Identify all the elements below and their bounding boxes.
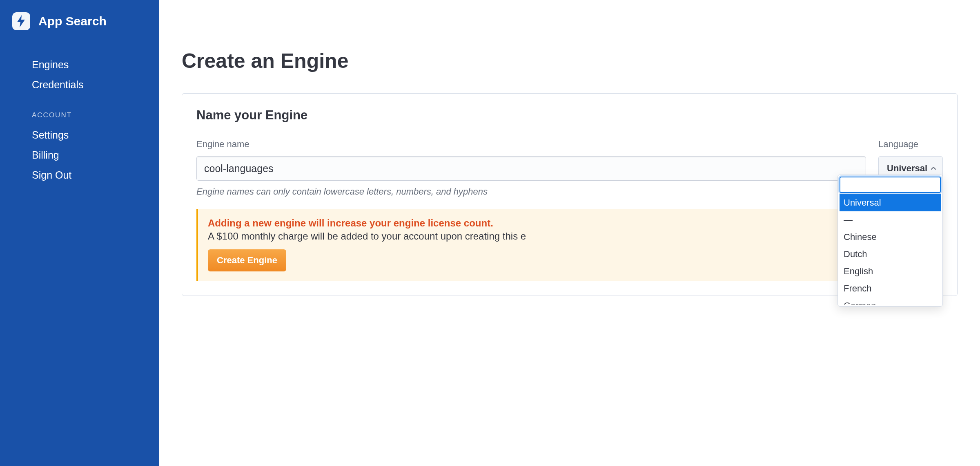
sidebar-item-credentials[interactable]: Credentials <box>32 75 147 95</box>
sidebar-item-billing[interactable]: Billing <box>32 145 147 165</box>
sidebar-item-sign-out[interactable]: Sign Out <box>32 165 147 185</box>
chevron-up-icon <box>930 165 937 172</box>
language-dropdown: Universal — Chinese Dutch English French… <box>837 175 943 307</box>
card-title: Name your Engine <box>196 108 943 123</box>
language-dropdown-list[interactable]: Universal — Chinese Dutch English French… <box>840 194 941 305</box>
warning-callout-title: Adding a new engine will increase your e… <box>208 217 933 229</box>
language-option-dutch[interactable]: Dutch <box>840 246 941 263</box>
sidebar-header: App Search <box>0 12 159 55</box>
page-title: Create an Engine <box>182 49 958 73</box>
sidebar-section-account-label: ACCOUNT <box>32 95 147 125</box>
main-content: Create an Engine Name your Engine Engine… <box>159 0 980 466</box>
form-row: Engine name Engine names can only contai… <box>196 139 943 197</box>
create-engine-card: Name your Engine Engine name Engine name… <box>182 93 958 296</box>
engine-name-field: Engine name Engine names can only contai… <box>196 139 866 197</box>
app-title: App Search <box>38 14 107 28</box>
language-option-divider[interactable]: — <box>840 211 941 229</box>
language-selected-value: Universal <box>887 163 927 174</box>
language-option-french[interactable]: French <box>840 280 941 297</box>
language-option-chinese[interactable]: Chinese <box>840 229 941 246</box>
language-option-universal[interactable]: Universal <box>840 194 941 211</box>
warning-callout: Adding a new engine will increase your e… <box>196 209 943 281</box>
sidebar-item-engines[interactable]: Engines <box>32 55 147 75</box>
create-engine-button[interactable]: Create Engine <box>208 249 286 271</box>
sidebar-item-settings[interactable]: Settings <box>32 125 147 145</box>
language-option-german[interactable]: German <box>840 297 941 305</box>
lightning-icon <box>16 15 26 27</box>
language-dropdown-search-input[interactable] <box>840 177 941 193</box>
app-logo[interactable] <box>12 12 30 30</box>
sidebar: App Search Engines Credentials ACCOUNT S… <box>0 0 159 466</box>
sidebar-nav: Engines Credentials ACCOUNT Settings Bil… <box>0 55 159 185</box>
engine-name-label: Engine name <box>196 139 866 150</box>
warning-callout-desc: A $100 monthly charge will be added to y… <box>208 231 933 242</box>
engine-name-help-text: Engine names can only contain lowercase … <box>196 186 866 197</box>
engine-name-input[interactable] <box>196 156 866 181</box>
language-option-english[interactable]: English <box>840 263 941 280</box>
language-label: Language <box>878 139 943 150</box>
